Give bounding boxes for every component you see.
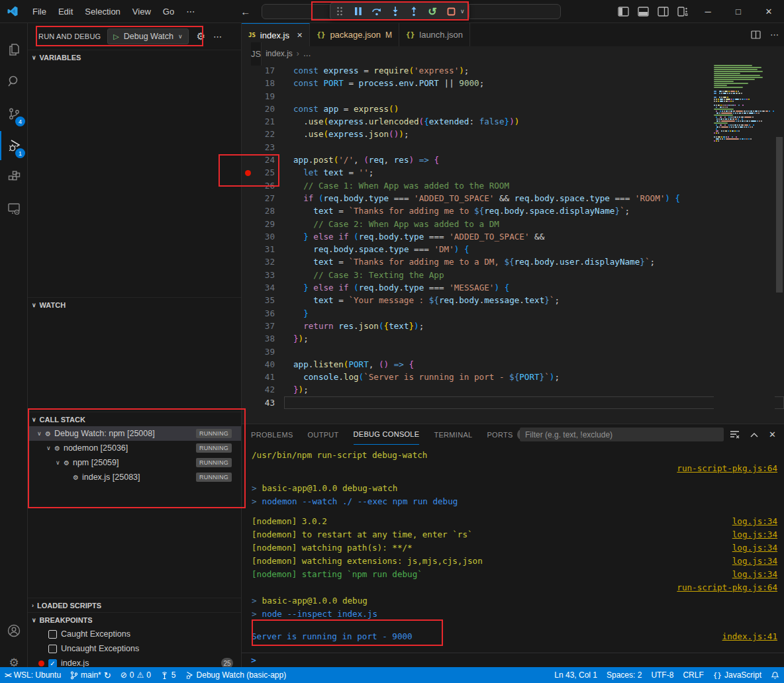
- status-utf-8[interactable]: UTF-8: [646, 667, 678, 683]
- breakpoint-item[interactable]: Caught Exceptions: [28, 627, 241, 641]
- breakpoint-checkbox[interactable]: [48, 630, 57, 639]
- gutter[interactable]: 38: [242, 332, 284, 345]
- source-link[interactable]: run-script-pkg.js:64: [677, 462, 777, 475]
- call-stack-item[interactable]: ∨⚙npm [25059]RUNNING: [28, 455, 241, 470]
- activity-run-and-debug-icon[interactable]: 1: [0, 131, 28, 160]
- status-5[interactable]: 5: [156, 667, 181, 683]
- split-editor-icon[interactable]: [751, 30, 761, 39]
- code-line-37[interactable]: 37 return res.json({text});: [242, 320, 784, 332]
- gutter[interactable]: 30: [242, 230, 284, 243]
- line-number[interactable]: 31: [254, 243, 275, 255]
- status-bell[interactable]: [766, 667, 784, 683]
- variables-section-header[interactable]: ∨ VARIABLES: [28, 50, 241, 64]
- code-line-32[interactable]: 32 text = `Thanks for adding me to a DM,…: [242, 255, 784, 268]
- gear-icon[interactable]: ⚙: [197, 30, 205, 42]
- code-line-25[interactable]: 25 let text = '';: [242, 166, 784, 179]
- editor-scrollbar[interactable]: [775, 61, 784, 424]
- breakpoints-section-header[interactable]: ∨ BREAKPOINTS: [28, 612, 241, 627]
- status-crlf[interactable]: CRLF: [678, 667, 708, 683]
- menu-view[interactable]: View: [126, 0, 157, 23]
- breakpoint-checkbox[interactable]: ✓: [48, 659, 57, 668]
- menu-[interactable]: ⋯: [180, 0, 201, 23]
- status-ln-43-col-1[interactable]: Ln 43, Col 1: [550, 667, 602, 683]
- code-line-21[interactable]: 21 .use(express.urlencoded({extended: fa…: [242, 115, 784, 128]
- close-tab-icon[interactable]: ✕: [297, 31, 303, 40]
- line-number[interactable]: 36: [254, 307, 275, 320]
- code-line-38[interactable]: 38});: [242, 332, 784, 345]
- step-into-icon[interactable]: [390, 6, 401, 17]
- scrollbar-thumb[interactable]: [776, 137, 783, 293]
- gutter[interactable]: 18: [242, 77, 284, 89]
- tab-package-json[interactable]: {}package.jsonM: [310, 23, 399, 46]
- line-number[interactable]: 43: [254, 396, 275, 409]
- gutter[interactable]: 20: [242, 103, 284, 115]
- panel-tab-output[interactable]: OUTPUT: [308, 424, 339, 445]
- code-line-27[interactable]: 27 if (req.body.type === 'ADDED_TO_SPACE…: [242, 192, 784, 205]
- breakpoint-item[interactable]: Uncaught Exceptions: [28, 641, 241, 656]
- debug-console-prompt[interactable]: >: [242, 653, 784, 667]
- source-link[interactable]: log.js:34: [732, 515, 777, 528]
- customize-layout-icon[interactable]: [673, 0, 693, 23]
- more-actions-icon[interactable]: ⋯: [770, 30, 779, 40]
- panel-tab-debug-console[interactable]: DEBUG CONSOLE: [354, 424, 420, 445]
- line-number[interactable]: 19: [254, 90, 275, 103]
- call-stack-section-header[interactable]: ∨ CALL STACK: [28, 412, 241, 426]
- source-link[interactable]: log.js:34: [732, 541, 777, 555]
- status-0[interactable]: ⊘0⚠0: [116, 667, 156, 683]
- code-line-18[interactable]: 18const PORT = process.env.PORT || 9000;: [242, 77, 784, 89]
- code-line-24[interactable]: 24app.post('/', (req, res) => {: [242, 154, 784, 166]
- minimize-button[interactable]: ─: [693, 0, 723, 23]
- activity-search-icon[interactable]: [0, 67, 28, 96]
- menu-go[interactable]: Go: [157, 0, 180, 23]
- code-line-30[interactable]: 30 } else if (req.body.type === 'ADDED_T…: [242, 230, 784, 243]
- gutter[interactable]: 32: [242, 255, 284, 268]
- gutter[interactable]: 23: [242, 141, 284, 154]
- loaded-scripts-section-header[interactable]: › LOADED SCRIPTS: [28, 598, 241, 612]
- close-panel-icon[interactable]: ✕: [769, 430, 776, 439]
- line-number[interactable]: 22: [254, 128, 275, 140]
- step-out-icon[interactable]: [409, 6, 419, 17]
- code-editor[interactable]: 17const express = require('express');18c…: [242, 61, 784, 424]
- line-number[interactable]: 40: [254, 358, 275, 371]
- source-link[interactable]: log.js:34: [732, 528, 777, 541]
- code-line-34[interactable]: 34 } else if (req.body.type === 'MESSAGE…: [242, 281, 784, 294]
- gutter[interactable]: 42: [242, 383, 284, 396]
- panel-tab-problems[interactable]: PROBLEMS: [251, 424, 293, 445]
- line-number[interactable]: 28: [254, 205, 275, 217]
- gutter[interactable]: 26: [242, 179, 284, 192]
- toggle-sidebar-icon[interactable]: [613, 0, 633, 23]
- tab-launch-json[interactable]: {}launch.json: [399, 23, 470, 46]
- line-number[interactable]: 23: [254, 141, 275, 154]
- console-filter-input[interactable]: [520, 428, 724, 441]
- watch-section-header[interactable]: ∨ WATCH: [28, 297, 241, 312]
- line-number[interactable]: 20: [254, 103, 275, 115]
- gutter[interactable]: 25: [242, 166, 284, 179]
- breadcrumb[interactable]: JS index.js › …: [242, 46, 784, 61]
- activity-source-control-icon[interactable]: 4: [0, 99, 28, 128]
- code-line-40[interactable]: 40app.listen(PORT, () => {: [242, 358, 784, 371]
- step-over-icon[interactable]: [371, 6, 382, 17]
- line-number[interactable]: 38: [254, 332, 275, 345]
- status-debug-watch-basic-app-[interactable]: Debug Watch (basic-app): [181, 667, 291, 683]
- call-stack-item[interactable]: ∨⚙Debug Watch: npm [25008]RUNNING: [28, 426, 241, 441]
- line-number[interactable]: 17: [254, 64, 275, 77]
- code-line-39[interactable]: 39: [242, 345, 784, 358]
- gutter[interactable]: 17: [242, 64, 284, 77]
- code-line-20[interactable]: 20const app = express(): [242, 103, 784, 115]
- gutter[interactable]: 34: [242, 281, 284, 294]
- maximize-button[interactable]: □: [723, 0, 754, 23]
- line-number[interactable]: 24: [254, 154, 275, 166]
- code-line-23[interactable]: 23: [242, 141, 784, 154]
- line-number[interactable]: 35: [254, 294, 275, 306]
- gutter[interactable]: 31: [242, 243, 284, 255]
- gutter[interactable]: 22: [242, 128, 284, 140]
- toggle-secondary-sidebar-icon[interactable]: [653, 0, 673, 23]
- pause-icon[interactable]: [353, 6, 364, 17]
- gutter[interactable]: 35: [242, 294, 284, 306]
- call-stack-item[interactable]: ∨⚙nodemon [25036]RUNNING: [28, 441, 241, 455]
- line-number[interactable]: 26: [254, 179, 275, 192]
- minimap[interactable]: [714, 61, 775, 424]
- start-debug-icon[interactable]: ▷: [113, 32, 119, 41]
- code-line-36[interactable]: 36 }: [242, 307, 784, 320]
- gutter[interactable]: 43: [242, 396, 284, 409]
